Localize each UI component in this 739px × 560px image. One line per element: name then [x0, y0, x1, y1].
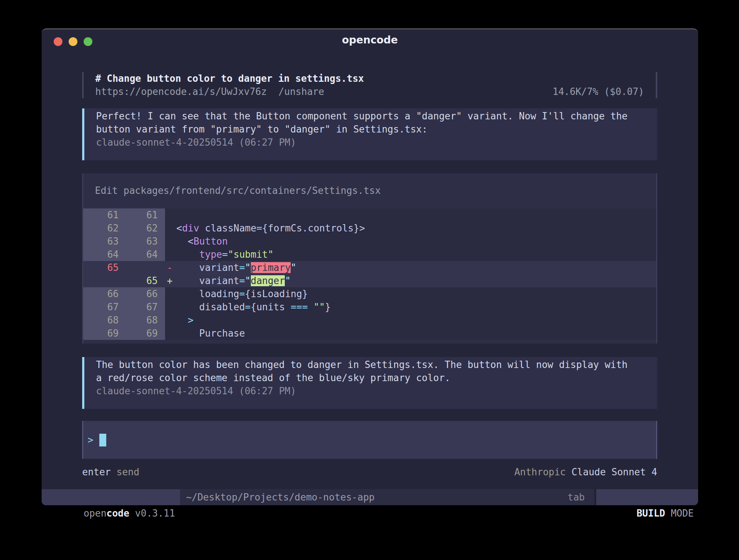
old-line-number: 69	[83, 327, 123, 340]
diff-row: 6969 Purchase	[83, 327, 656, 340]
diff-marker	[165, 327, 176, 340]
diff-row: 6868 >	[83, 314, 656, 327]
text-cursor	[99, 434, 106, 446]
code-line: <div className={formCs.controls}>	[176, 222, 656, 235]
app-name-open: open	[84, 508, 107, 519]
model-timestamp: claude-sonnet-4-20250514 (06:27 PM)	[96, 136, 646, 149]
code-line: type="submit"	[176, 248, 656, 261]
old-line-number: 66	[83, 287, 123, 300]
statusbar-spacer	[375, 489, 568, 505]
new-line-number: 68	[123, 314, 165, 327]
diff-marker	[165, 314, 176, 327]
session-title: # Change button color to danger in setti…	[95, 72, 644, 85]
hint-spacer	[139, 465, 514, 479]
code-line: variant="danger"	[176, 274, 656, 287]
diff-row: 65- variant="primary"	[83, 261, 656, 274]
mode-mode-label: MODE	[665, 508, 694, 519]
chat-content: # Change button color to danger in setti…	[42, 50, 698, 479]
tab-key-hint: tab	[568, 489, 585, 505]
window-title: opencode	[42, 29, 698, 50]
diff-row: 6666 loading={isLoading}	[83, 287, 656, 300]
new-line-number	[123, 261, 165, 274]
code-line: disabled={units === ""}	[176, 300, 656, 314]
diff-row: 6262<div className={formCs.controls}>	[83, 222, 656, 235]
statusbar: opencode v0.3.11 ~/Desktop/Projects/demo…	[42, 489, 698, 505]
prompt-symbol: >	[88, 434, 93, 445]
new-line-number: 67	[123, 300, 165, 314]
diff-marker: +	[165, 274, 176, 287]
message-text: The button color has been changed to dan…	[96, 358, 646, 371]
old-line-number: 65	[83, 261, 123, 274]
code-line: loading={isLoading}	[176, 287, 656, 300]
model-indicator: Anthropic Claude Sonnet 4	[514, 465, 657, 479]
app-version-segment: opencode v0.3.11	[42, 489, 180, 505]
code-line: variant="primary"	[176, 261, 656, 274]
edit-file-path: Edit packages/frontend/src/containers/Se…	[83, 173, 656, 208]
new-line-number: 69	[123, 327, 165, 340]
enter-key-label: enter	[82, 467, 111, 477]
old-line-number: 67	[83, 300, 123, 314]
old-line-number	[83, 274, 123, 287]
code-line: >	[176, 314, 656, 327]
diff-marker	[165, 235, 176, 248]
diff-row: 6363 <Button	[83, 235, 656, 248]
hint-row: enter send Anthropic Claude Sonnet 4	[82, 465, 657, 479]
model-timestamp: claude-sonnet-4-20250514 (06:27 PM)	[96, 384, 646, 398]
diff-marker	[165, 248, 176, 261]
send-hint: enter send	[82, 465, 139, 479]
diff-view: 61616262<div className={formCs.controls}…	[83, 208, 656, 340]
old-line-number: 62	[83, 222, 123, 235]
old-line-number: 63	[83, 235, 123, 248]
edit-tool-card: Edit packages/frontend/src/containers/Se…	[82, 173, 657, 344]
old-line-number: 68	[83, 314, 123, 327]
opencode-window: opencode # Change button color to danger…	[42, 28, 698, 505]
unshare-command[interactable]: /unshare	[279, 85, 324, 98]
diff-marker: -	[165, 261, 176, 274]
code-line: <Button	[176, 235, 656, 248]
diff-row: 6161	[83, 208, 656, 222]
assistant-message: Perfect! I can see that the Button compo…	[82, 108, 657, 160]
token-cost-stats: 14.6K/7% ($0.07)	[553, 85, 644, 98]
app-name-code: code	[107, 508, 130, 519]
mode-build-label: BUILD	[636, 508, 665, 519]
diff-marker	[165, 287, 176, 300]
new-line-number: 66	[123, 287, 165, 300]
session-subtitle: https://opencode.ai/s/UwJxv76z /unshare …	[95, 85, 644, 98]
new-line-number: 65	[123, 274, 165, 287]
diff-marker	[165, 222, 176, 235]
old-line-number: 61	[83, 208, 123, 222]
message-text: a red/rose color scheme instead of the b…	[96, 371, 646, 384]
diff-row: 6464 type="submit"	[83, 248, 656, 261]
titlebar: opencode	[42, 29, 698, 50]
diff-marker	[165, 208, 176, 222]
app-version: v0.3.11	[129, 508, 175, 519]
old-line-number: 64	[83, 248, 123, 261]
provider-label: Anthropic	[514, 467, 572, 477]
prompt-input[interactable]: >	[82, 421, 657, 459]
code-line: Purchase	[176, 327, 656, 340]
code-line	[176, 208, 656, 222]
project-path: ~/Desktop/Projects/demo-notes-app	[186, 489, 375, 505]
message-text: button variant from "primary" to "danger…	[96, 123, 646, 136]
new-line-number: 61	[123, 208, 165, 222]
model-label: Claude Sonnet 4	[571, 467, 657, 477]
message-text: Perfect! I can see that the Button compo…	[96, 110, 646, 123]
mode-segment[interactable]: BUILD MODE	[596, 489, 698, 505]
new-line-number: 62	[123, 222, 165, 235]
new-line-number: 63	[123, 235, 165, 248]
diff-marker	[165, 300, 176, 314]
session-header: # Change button color to danger in setti…	[82, 72, 657, 98]
diff-row: 65+ variant="danger"	[83, 274, 656, 287]
statusbar-divider	[594, 489, 596, 505]
header-spacer	[324, 85, 553, 98]
diff-row: 6767 disabled={units === ""}	[83, 300, 656, 314]
assistant-message: The button color has been changed to dan…	[82, 357, 657, 409]
send-label: send	[111, 467, 139, 477]
new-line-number: 64	[123, 248, 165, 261]
share-url-link[interactable]: https://opencode.ai/s/UwJxv76z	[95, 85, 267, 98]
